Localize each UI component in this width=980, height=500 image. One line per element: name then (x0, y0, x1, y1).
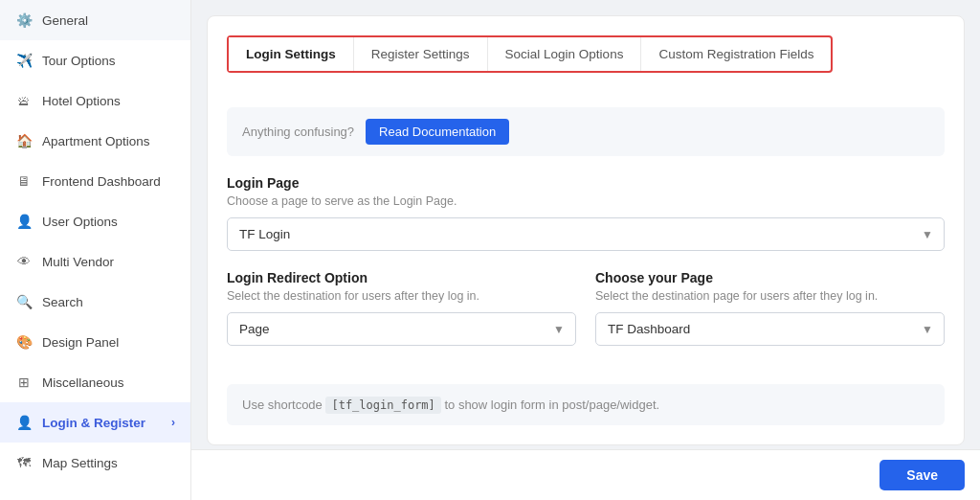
choose-page-section: Choose your Page Select the destination … (595, 270, 945, 346)
choose-page-title: Choose your Page (595, 270, 945, 285)
login-redirect-select-wrapper: PageHomeDashboardPrevious Page ▼ (227, 312, 576, 346)
login-redirect-desc: Select the destination for users after t… (227, 289, 576, 303)
sidebar-item-search[interactable]: 🔍Search (0, 282, 190, 322)
content-area: Login SettingsRegister SettingsSocial Lo… (191, 0, 980, 449)
map-icon: 🗺 (15, 454, 33, 471)
sidebar-item-label: Login & Register (42, 416, 145, 430)
login-page-select[interactable]: TF LoginLoginMy Account (227, 217, 945, 251)
main-content: Login SettingsRegister SettingsSocial Lo… (191, 0, 980, 500)
tab-custom-registration[interactable]: Custom Registration Fields (641, 37, 831, 71)
sidebar-item-label: Map Settings (42, 456, 118, 470)
login-redirect-section: Login Redirect Option Select the destina… (227, 270, 576, 346)
apartment-icon: 🏠 (15, 132, 33, 149)
tabs-header: Login SettingsRegister SettingsSocial Lo… (227, 35, 833, 73)
shortcode-text-after: to show login form in post/page/widget. (441, 398, 659, 412)
sidebar-item-apartment-options[interactable]: 🏠Apartment Options (0, 121, 190, 161)
sidebar-item-user-options[interactable]: 👤User Options (0, 201, 190, 241)
gear-icon: ⚙️ (15, 11, 33, 29)
footer-bar: Save (191, 449, 980, 500)
sidebar-item-label: Miscellaneous (42, 375, 124, 390)
chevron-right-icon: › (171, 416, 175, 429)
misc-icon: ⊞ (15, 374, 33, 391)
design-icon: 🎨 (15, 333, 33, 351)
sidebar-item-label: User Options (42, 215, 118, 229)
doc-banner: Anything confusing? Read Documentation (227, 107, 945, 156)
login-page-section: Login Page Choose a page to serve as the… (227, 175, 945, 251)
sidebar-item-label: Design Panel (42, 335, 119, 350)
sidebar-item-hotel-options[interactable]: 🛎Hotel Options (0, 80, 190, 121)
sidebar-item-map-settings[interactable]: 🗺Map Settings (0, 443, 190, 483)
tab-social-login[interactable]: Social Login Options (488, 37, 642, 71)
hotel-icon: 🛎 (15, 92, 33, 109)
login-page-title: Login Page (227, 175, 945, 191)
sidebar-item-label: Search (42, 295, 83, 309)
sidebar-item-frontend-dashboard[interactable]: 🖥Frontend Dashboard (0, 161, 190, 201)
shortcode-code: [tf_login_form] (325, 397, 440, 414)
sidebar-item-label: Apartment Options (42, 134, 150, 148)
sidebar-item-label: Frontend Dashboard (42, 174, 161, 189)
sidebar-item-design-panel[interactable]: 🎨Design Panel (0, 322, 190, 362)
sidebar-item-label: Hotel Options (42, 94, 121, 108)
redirect-columns: Login Redirect Option Select the destina… (227, 270, 945, 365)
sidebar-item-miscellaneous[interactable]: ⊞Miscellaneous (0, 362, 190, 402)
save-button[interactable]: Save (880, 460, 965, 490)
tabs-wrapper: Login SettingsRegister SettingsSocial Lo… (227, 35, 945, 92)
shortcode-text-before: Use shortcode (242, 398, 325, 412)
tour-icon: ✈️ (15, 52, 33, 69)
login-icon: 👤 (15, 414, 33, 431)
doc-banner-text: Anything confusing? (242, 125, 354, 139)
choose-page-select-wrapper: TF DashboardHomeProfile ▼ (595, 312, 945, 346)
sidebar-item-tour-options[interactable]: ✈️Tour Options (0, 40, 190, 80)
shortcode-banner: Use shortcode [tf_login_form] to show lo… (227, 384, 945, 425)
vendor-icon: 👁 (15, 253, 33, 270)
choose-page-select[interactable]: TF DashboardHomeProfile (595, 312, 945, 346)
sidebar-item-label: Tour Options (42, 54, 116, 68)
dashboard-icon: 🖥 (15, 172, 33, 190)
login-page-select-wrapper: TF LoginLoginMy Account ▼ (227, 217, 945, 251)
user-icon: 👤 (15, 213, 33, 230)
sidebar-item-login-register[interactable]: 👤Login & Register› (0, 402, 190, 443)
sidebar-item-label: Multi Vendor (42, 255, 114, 269)
settings-panel: Login SettingsRegister SettingsSocial Lo… (207, 15, 965, 445)
login-redirect-title: Login Redirect Option (227, 270, 576, 285)
login-redirect-select[interactable]: PageHomeDashboardPrevious Page (227, 312, 576, 346)
tab-login-settings[interactable]: Login Settings (229, 37, 354, 71)
search-icon: 🔍 (15, 293, 33, 310)
sidebar-item-label: General (42, 13, 88, 28)
choose-page-desc: Select the destination page for users af… (595, 289, 945, 303)
sidebar-item-multi-vendor[interactable]: 👁Multi Vendor (0, 241, 190, 282)
sidebar-item-general[interactable]: ⚙️General (0, 0, 190, 40)
sidebar: ⚙️General✈️Tour Options🛎Hotel Options🏠Ap… (0, 0, 191, 500)
login-page-desc: Choose a page to serve as the Login Page… (227, 194, 945, 208)
tab-register-settings[interactable]: Register Settings (354, 37, 488, 71)
read-documentation-button[interactable]: Read Documentation (366, 119, 509, 145)
